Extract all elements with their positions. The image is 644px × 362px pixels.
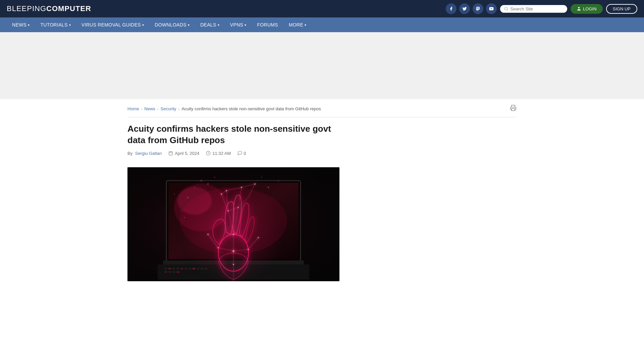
svg-rect-27: [164, 271, 167, 273]
breadcrumb-actions: [510, 105, 517, 113]
youtube-icon[interactable]: [486, 3, 497, 14]
top-bar-right: LOGIN SIGN UP: [446, 3, 637, 14]
nav-virus-removal[interactable]: VIRUS REMOVAL GUIDES ▾: [76, 17, 149, 32]
svg-rect-28: [168, 271, 171, 273]
facebook-icon[interactable]: [446, 3, 457, 14]
nav-deals[interactable]: DEALS ▾: [195, 17, 225, 32]
print-icon[interactable]: [510, 106, 517, 113]
svg-point-71: [201, 180, 202, 181]
breadcrumb-news[interactable]: News: [144, 106, 155, 111]
article-hero-image: [127, 167, 339, 281]
article-by: By Sergiu Gatlan: [127, 151, 162, 156]
svg-point-67: [181, 210, 181, 211]
article-title: Acuity confirms hackers stole non-sensit…: [127, 123, 345, 146]
svg-point-73: [261, 177, 262, 178]
signup-button[interactable]: SIGN UP: [606, 4, 637, 14]
svg-rect-20: [180, 268, 183, 269]
ad-banner: [0, 32, 644, 99]
svg-rect-29: [172, 271, 175, 273]
top-bar: BLEEPINGCOMPUTER LOGIN SIGN UP: [0, 0, 644, 17]
nav-menu: NEWS ▾ TUTORIALS ▾ VIRUS REMOVAL GUIDES …: [0, 17, 644, 32]
article-time: 11:32 AM: [206, 151, 231, 156]
logo-bold: COMPUTER: [46, 4, 91, 13]
article-layout: Acuity confirms hackers stole non-sensit…: [127, 117, 517, 281]
svg-point-72: [214, 177, 215, 178]
svg-line-2: [507, 9, 508, 10]
svg-point-75: [278, 180, 279, 181]
login-label: LOGIN: [583, 6, 596, 11]
svg-point-3: [578, 7, 580, 9]
nav-more[interactable]: MORE ▾: [283, 17, 312, 32]
nav-downloads[interactable]: DOWNLOADS ▾: [149, 17, 195, 32]
breadcrumb-security[interactable]: Security: [161, 106, 176, 111]
article-main: Acuity confirms hackers stole non-sensit…: [127, 117, 345, 281]
search-bar: [500, 5, 567, 13]
breadcrumb-sep-3: ›: [178, 107, 180, 111]
svg-point-69: [174, 194, 175, 194]
svg-rect-21: [184, 268, 187, 269]
nav-vpns[interactable]: VPNS ▾: [225, 17, 252, 32]
svg-rect-30: [176, 271, 179, 273]
twitter-icon[interactable]: [459, 3, 470, 14]
chevron-down-icon: ▾: [28, 23, 30, 27]
site-logo[interactable]: BLEEPINGCOMPUTER: [7, 4, 91, 13]
article-meta: By Sergiu Gatlan April 5, 2024 11:32 AM …: [127, 151, 345, 161]
main-container: Home › News › Security › Acuity confirms…: [121, 99, 523, 281]
article-sidebar: [356, 117, 456, 281]
article-author[interactable]: Sergiu Gatlan: [135, 151, 162, 156]
svg-rect-19: [176, 268, 179, 269]
chevron-down-icon: ▾: [218, 23, 219, 27]
social-icons: [446, 3, 497, 14]
chevron-down-icon: ▾: [69, 23, 71, 27]
chevron-down-icon: ▾: [142, 23, 144, 27]
svg-rect-16: [164, 268, 167, 269]
breadcrumb: Home › News › Security › Acuity confirms…: [127, 99, 517, 117]
nav-tutorials[interactable]: TUTORIALS ▾: [35, 17, 76, 32]
svg-rect-17: [168, 268, 171, 269]
signup-label: SIGN UP: [613, 6, 631, 11]
chevron-down-icon: ▾: [188, 23, 190, 27]
nav-forums[interactable]: FORUMS: [252, 17, 283, 32]
mastodon-icon[interactable]: [473, 3, 483, 14]
breadcrumb-current: Acuity confirms hackers stole non-sensit…: [181, 106, 321, 111]
search-input[interactable]: [511, 6, 563, 11]
article-comments[interactable]: 0: [237, 151, 246, 156]
login-button[interactable]: LOGIN: [571, 4, 602, 14]
search-icon: [504, 6, 508, 11]
logo-light: BLEEPING: [7, 4, 46, 13]
svg-point-65: [187, 197, 189, 198]
hero-svg: [127, 167, 339, 281]
chevron-down-icon: ▾: [305, 23, 306, 27]
svg-point-1: [505, 7, 507, 10]
calendar-icon: [168, 151, 173, 156]
user-icon: [577, 6, 581, 11]
comment-icon: [237, 151, 242, 156]
svg-point-74: [268, 187, 269, 188]
svg-rect-5: [169, 152, 173, 155]
svg-rect-4: [512, 109, 515, 111]
breadcrumb-sep-2: ›: [157, 107, 159, 111]
chevron-down-icon: ▾: [245, 23, 246, 27]
breadcrumb-sep-1: ›: [141, 107, 143, 111]
svg-rect-18: [172, 268, 175, 269]
svg-point-66: [194, 187, 195, 188]
clock-icon: [206, 151, 211, 156]
breadcrumb-home[interactable]: Home: [127, 106, 139, 111]
hero-placeholder: [127, 167, 339, 281]
nav-news[interactable]: NEWS ▾: [7, 17, 35, 32]
article-date: April 5, 2024: [168, 151, 199, 156]
